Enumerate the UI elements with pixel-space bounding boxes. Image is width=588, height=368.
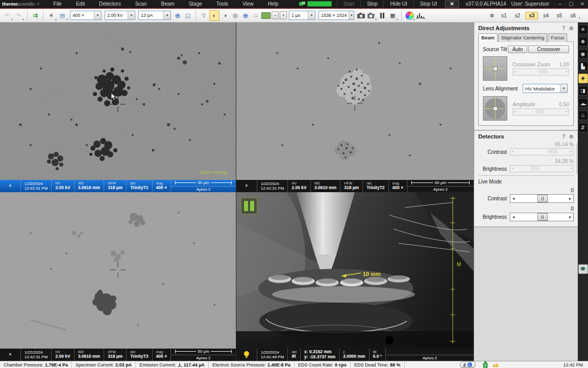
observation-eye-icon[interactable]: ◉ (578, 49, 588, 59)
source-tilt-handle[interactable] (493, 66, 498, 71)
snapshot-caret-icon[interactable]: ▾ (375, 17, 377, 22)
dwell-plus-button[interactable]: + (280, 11, 287, 19)
live-brightness-slider[interactable]: ◂ ▸ (510, 213, 574, 221)
quad1-beam-icon[interactable]: ✳ (0, 180, 20, 192)
quad1-sem-image[interactable]: stage moving (0, 22, 236, 180)
quad3-beam-icon[interactable]: ✳ (0, 349, 20, 361)
live-brightness-handle[interactable] (537, 213, 548, 221)
redo-icon[interactable]: ↷ (14, 11, 23, 20)
reduced-area-icon[interactable]: ◱ (183, 11, 192, 20)
preset-s1[interactable]: s1 (498, 12, 510, 19)
magnification-caret-icon[interactable]: ▼ (94, 11, 101, 19)
pause-icon[interactable] (378, 11, 387, 20)
dwell-minus-button[interactable]: − (272, 11, 279, 19)
slider-left-arrow[interactable]: ◂ (510, 215, 517, 219)
preset-s6[interactable]: s6 (567, 12, 579, 19)
tab-beam[interactable]: Beam (478, 33, 498, 42)
dwell-time-caret-icon[interactable]: ▼ (308, 11, 315, 19)
settings-gear-icon[interactable]: ⚙ (569, 134, 574, 140)
menu-view[interactable]: View (235, 1, 261, 7)
modulator-caret-icon[interactable]: ▼ (560, 84, 567, 93)
quad4-bulb-icon[interactable] (236, 349, 257, 361)
help-icon[interactable]: ? (562, 26, 565, 31)
color-mode-caret-icon[interactable]: ▾ (413, 17, 415, 22)
snapshot-all-icon[interactable]: + (366, 11, 376, 20)
beam-center-icon[interactable]: ⊕ (173, 11, 182, 20)
tab-stigmator-centering[interactable]: Stigmator Centering (498, 33, 547, 42)
quad4-databar[interactable]: 1/22/2024 12:41:49 PM detIR x: 0.3152 mm… (236, 349, 474, 361)
help-icon[interactable]: ? (562, 134, 565, 140)
beam-current-caret-icon[interactable]: ▼ (163, 11, 170, 19)
snapshot-icon[interactable] (356, 11, 365, 20)
thermoscientific-logo[interactable]: thermoscientific ▾ (2, 2, 39, 7)
preset-s5[interactable]: s5 (554, 12, 566, 19)
quad3-sem-image[interactable] (0, 192, 236, 349)
menu-scan[interactable]: Scan (128, 1, 154, 7)
undo-icon[interactable]: ↶ (3, 11, 12, 20)
live-contrast-handle[interactable] (537, 195, 548, 202)
wake-up-caret-icon[interactable]: ▾ (66, 17, 68, 22)
menu-file[interactable]: File (46, 1, 69, 7)
adjustments-sliders-icon[interactable]: ⇵ (578, 123, 588, 132)
source-tilt-2d-control[interactable] (483, 56, 507, 81)
histogram-panel-icon[interactable]: ▁▄▂ (578, 98, 588, 108)
beam-current-select[interactable]: 13 pA ▼ (138, 11, 171, 20)
stop-ui-button[interactable]: Stop UI (413, 0, 443, 8)
beam-on-icon[interactable]: ⇉ (31, 11, 40, 20)
quad-layout-icon[interactable]: ▦ (388, 11, 397, 20)
menu-help[interactable]: Help (261, 1, 286, 7)
redo-caret-icon[interactable]: ▾ (22, 17, 24, 22)
settings-gear-icon[interactable]: ⚙ (569, 26, 574, 31)
close-session-button[interactable]: ✕ (445, 1, 458, 8)
lens-alignment-handle[interactable] (493, 106, 498, 111)
auto-button[interactable]: Auto (508, 45, 528, 53)
menu-tools[interactable]: Tools (209, 1, 235, 7)
detector-lamp-icon[interactable]: ♨ (578, 110, 588, 120)
direct-adjustments-icon[interactable]: ✚ (578, 74, 588, 83)
voltage-select[interactable]: 2.00 kV ▼ (105, 11, 135, 20)
close-window-button[interactable]: ✕ (577, 1, 588, 7)
resolution-caret-icon[interactable]: ▼ (349, 11, 354, 19)
quad4-ccd-image[interactable]: M 10 mm (236, 192, 474, 349)
voltage-caret-icon[interactable]: ▼ (128, 11, 135, 19)
menu-detectors[interactable]: Detectors (92, 1, 128, 7)
stage-move-icon[interactable]: ✥ (578, 37, 588, 47)
beam-state-icon[interactable] (492, 362, 499, 367)
lens-alignment-icon[interactable]: ⊕ (241, 11, 250, 20)
crossover-button[interactable]: Crossover (528, 45, 569, 53)
preset-gear-icon[interactable]: ⚙ (487, 11, 497, 20)
slider-left-arrow[interactable]: ◂ (510, 196, 517, 201)
quad-layout-caret-icon[interactable]: ▾ (397, 17, 398, 22)
preset-caret-icon[interactable]: ▾ (579, 16, 580, 20)
tutorials-icon[interactable] (578, 264, 588, 274)
preset-s4[interactable]: s4 (540, 12, 552, 19)
beam-control-icon[interactable]: ✳ (46, 11, 56, 20)
slider-right-arrow[interactable]: ▸ (567, 196, 573, 201)
detectors-panel-icon[interactable]: ◨ (578, 86, 588, 96)
auto-contrast-brightness-icon[interactable]: ◐ (209, 10, 219, 21)
quad3-databar[interactable]: ✳ 1/22/2024 12:42:31 PM HV2.00 kV WD3.06… (0, 349, 236, 361)
ccd-pause-button[interactable] (241, 198, 257, 214)
contrast-icon[interactable]: ◑ (220, 11, 230, 20)
tab-focus[interactable]: Focus (548, 33, 567, 42)
minimize-button[interactable]: – (554, 1, 566, 7)
sample-navigation-icon[interactable]: ▙ (578, 61, 588, 71)
hide-ui-button[interactable]: Hide UI (383, 0, 413, 8)
stop-button[interactable]: Stop (360, 0, 384, 8)
quad2-sem-image[interactable] (236, 22, 474, 180)
menu-beam[interactable]: Beam (154, 1, 182, 7)
undo-caret-icon[interactable]: ▾ (11, 17, 13, 22)
plasma-clean-icon[interactable]: ▽ (199, 11, 208, 20)
beam-settings-icon[interactable]: ✳ (578, 25, 588, 34)
vacuum-bottle-icon[interactable] (483, 361, 488, 368)
active-quad-button[interactable]: 2 i (460, 361, 476, 368)
menu-stage[interactable]: Stage (182, 1, 209, 7)
menu-edit[interactable]: Edit (69, 1, 92, 7)
preset-s2[interactable]: s2 (512, 12, 524, 19)
color-mode-icon[interactable] (405, 11, 414, 20)
maximize-button[interactable]: ▢ (566, 1, 577, 7)
live-contrast-slider[interactable]: ◂ ▸ (510, 194, 574, 203)
databar-icon[interactable] (261, 11, 271, 20)
start-button[interactable]: Start (337, 0, 360, 8)
auto-stigmator-icon[interactable]: ∷ (251, 11, 260, 20)
